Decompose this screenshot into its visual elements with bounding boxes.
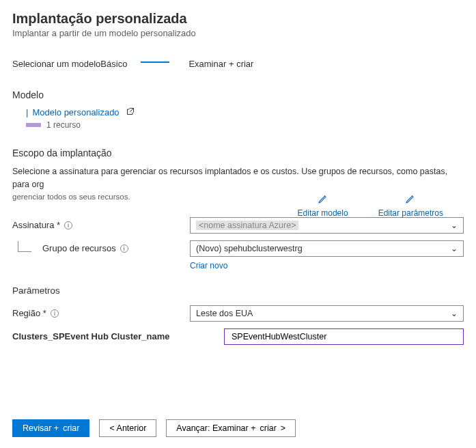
pencil-icon xyxy=(318,193,328,204)
page-subtitle: Implantar a partir de um modelo personal… xyxy=(12,28,464,38)
template-header: Modelo xyxy=(12,89,464,100)
parameters-header: Parâmetros xyxy=(12,285,464,296)
edit-template-button[interactable]: Editar modelo xyxy=(298,193,348,218)
resource-group-label: Grupo de recursos i xyxy=(12,243,190,253)
resource-group-select[interactable]: (Novo) spehubclusterwestrg ⌄ xyxy=(190,240,464,257)
resource-count: 1 recurso xyxy=(46,120,81,130)
info-icon[interactable]: i xyxy=(120,244,128,253)
tab-select-template[interactable]: Selecionar um modelo Básico xyxy=(12,56,132,73)
tab-basics[interactable] xyxy=(141,56,175,73)
open-external-icon[interactable] xyxy=(126,107,135,117)
scope-header: Escopo da implantação xyxy=(12,148,464,158)
resource-group-value: (Novo) spehubclusterwestrg xyxy=(196,244,303,253)
pencil-icon xyxy=(405,193,416,204)
template-section: Modelo |Modelo personalizado 1 recurso E… xyxy=(12,89,464,130)
tab-label: Examinar + xyxy=(188,59,234,69)
cluster-name-input-wrapper xyxy=(224,328,464,345)
tab-bar: Selecionar um modelo Básico Examinar + c… xyxy=(12,56,464,73)
cluster-name-input[interactable] xyxy=(230,331,458,342)
chevron-down-icon: ⌄ xyxy=(451,309,458,318)
subscription-value: <nome assinatura Azure> xyxy=(196,221,298,230)
cluster-name-label: Clusters_SPEvent Hub Cluster_name xyxy=(12,331,224,341)
subscription-select[interactable]: <nome assinatura Azure> ⌄ xyxy=(190,217,464,234)
page-title: Implantação personalizada xyxy=(12,11,464,27)
info-icon[interactable]: i xyxy=(51,309,59,318)
subscription-label: Assinatura i xyxy=(12,220,190,230)
edit-template-label: Editar modelo xyxy=(298,208,348,218)
tab-review-create[interactable]: Examinar + criar xyxy=(188,56,259,73)
create-new-link[interactable]: Criar novo xyxy=(190,261,464,270)
info-icon[interactable]: i xyxy=(64,221,72,229)
scope-description: Selecione a assinatura para gerenciar os… xyxy=(12,165,464,191)
chevron-down-icon: ⌄ xyxy=(451,244,458,253)
tree-indent-icon xyxy=(18,241,31,252)
region-select[interactable]: Leste dos EUA ⌄ xyxy=(190,305,464,322)
region-value: Leste dos EUA xyxy=(196,309,253,318)
template-link[interactable]: |Modelo personalizado xyxy=(26,107,120,117)
edit-parameters-button[interactable]: Editar parâmetros xyxy=(378,193,443,218)
resource-color-bar xyxy=(26,123,41,127)
template-link-text: Modelo personalizado xyxy=(32,107,119,117)
tab-label: Básico xyxy=(100,59,127,69)
tab-label: criar xyxy=(236,59,253,69)
region-label: Região i xyxy=(12,308,190,318)
chevron-down-icon: ⌄ xyxy=(451,221,458,230)
edit-parameters-label: Editar parâmetros xyxy=(378,208,443,218)
tab-label: Selecionar um modelo xyxy=(12,59,100,69)
